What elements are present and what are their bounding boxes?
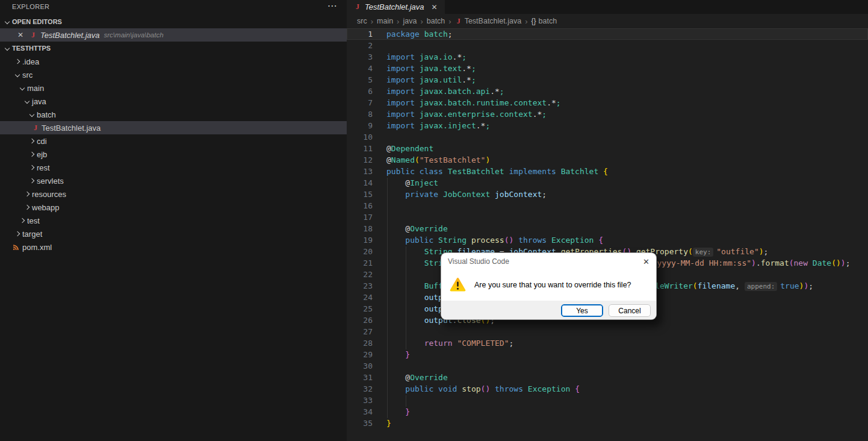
tree-item-main[interactable]: main <box>0 81 347 95</box>
tree-item--idea[interactable]: .idea <box>0 55 347 68</box>
breadcrumb-item-batch[interactable]: batch <box>427 17 445 25</box>
tree-item-label: target <box>22 230 42 239</box>
line-number: 15 <box>347 189 373 200</box>
code-line[interactable]: 19 public String process() throws Except… <box>347 234 868 246</box>
tree-item-label: pom.xml <box>22 243 52 252</box>
tree-item-webapp[interactable]: webapp <box>0 201 347 214</box>
code-line[interactable]: 29 } <box>347 349 868 360</box>
tree-item-cdi[interactable]: cdi <box>0 134 347 148</box>
tree-item-test[interactable]: test <box>0 214 347 227</box>
code-line[interactable]: 13public class TestBatchlet implements B… <box>347 166 868 177</box>
code-line[interactable]: 32 public void stop() throws Exception { <box>347 383 868 395</box>
close-editor-icon[interactable]: ✕ <box>17 31 26 39</box>
tree-item-pom-xml[interactable]: pom.xml <box>0 240 347 254</box>
code-editor[interactable]: 1package batch;23import java.io.*;4impor… <box>347 28 868 441</box>
code-line[interactable]: 2 <box>347 40 868 51</box>
code-line[interactable]: 3import java.io.*; <box>347 51 868 63</box>
tree-item-label: test <box>27 216 40 225</box>
code-line[interactable]: 14 @Inject <box>347 177 868 189</box>
code-line[interactable]: 17 <box>347 211 868 223</box>
tree-item-target[interactable]: target <box>0 227 347 240</box>
line-number: 35 <box>347 418 373 429</box>
code-text: } <box>386 406 410 418</box>
line-number: 14 <box>347 177 373 189</box>
code-line[interactable]: 28 return "COMPLETED"; <box>347 337 868 349</box>
line-number: 30 <box>347 360 373 372</box>
line-number: 9 <box>347 120 373 131</box>
dialog-close-icon[interactable]: ✕ <box>643 257 649 266</box>
breadcrumb-label: src <box>357 17 367 25</box>
code-line[interactable]: 5import java.util.*; <box>347 74 868 86</box>
chevron-right-icon <box>22 202 32 212</box>
explorer-sidebar: EXPLORER ⋯ OPEN EDITORS ✕ J TestBatchlet… <box>0 0 347 441</box>
code-text: import javax.enterprise.context.*; <box>386 108 547 120</box>
tree-item-rest[interactable]: rest <box>0 161 347 174</box>
breadcrumb-item-testbatchlet-java[interactable]: JTestBatchlet.java <box>455 17 522 26</box>
code-line[interactable]: 33 <box>347 395 868 406</box>
code-text: import javax.batch.runtime.context.*; <box>386 97 561 108</box>
chevron-down-icon <box>2 17 12 27</box>
dialog-title: Visual Studio Code <box>448 257 509 266</box>
tree-item-ejb[interactable]: ejb <box>0 148 347 161</box>
code-line[interactable]: 30 <box>347 360 868 372</box>
code-line[interactable]: 34 } <box>347 406 868 418</box>
code-text: @Inject <box>386 177 438 189</box>
tree-item-resources[interactable]: resources <box>0 187 347 201</box>
code-line[interactable]: 27 <box>347 326 868 337</box>
tree-item-label: src <box>22 70 33 80</box>
chevron-right-icon <box>13 57 22 66</box>
open-editors-section-header[interactable]: OPEN EDITORS <box>0 15 347 28</box>
line-number: 24 <box>347 292 373 303</box>
tree-item-label: ejb <box>37 150 47 159</box>
code-line[interactable]: 35} <box>347 418 868 429</box>
line-number: 29 <box>347 349 373 360</box>
open-editor-item[interactable]: ✕ J TestBatchlet.java src\main\java\batc… <box>0 28 347 42</box>
tree-item-servlets[interactable]: servlets <box>0 174 347 187</box>
chevron-down-icon <box>17 83 27 93</box>
tree-item-src[interactable]: src <box>0 68 347 81</box>
breadcrumb-item-java[interactable]: java <box>403 17 417 25</box>
code-text: @Override <box>386 372 448 383</box>
tree-item-label: rest <box>37 163 50 172</box>
code-text: private JobContext jobContext; <box>386 189 547 200</box>
breadcrumb-item-batch[interactable]: {}batch <box>532 17 557 25</box>
dialog-message: Are you sure that you want to override t… <box>474 281 631 289</box>
code-line[interactable]: 4import java.text.*; <box>347 63 868 74</box>
breadcrumb: src›main›java›batch›JTestBatchlet.java›{… <box>347 14 868 28</box>
tree-item-testbatchlet-java[interactable]: JTestBatchlet.java <box>0 121 347 134</box>
breadcrumb-item-src[interactable]: src <box>357 17 367 25</box>
code-line[interactable]: 12@Named("TestBatchlet") <box>347 154 868 166</box>
line-number: 3 <box>347 51 373 63</box>
warning-icon <box>450 277 466 292</box>
code-line[interactable]: 7import javax.batch.runtime.context.*; <box>347 97 868 108</box>
code-text: import javax.inject.*; <box>386 120 490 131</box>
code-line[interactable]: 18 @Override <box>347 223 868 234</box>
tree-item-java[interactable]: java <box>0 95 347 108</box>
line-number: 20 <box>347 246 373 257</box>
chevron-down-icon <box>22 96 32 106</box>
code-line[interactable]: 1package batch; <box>347 28 868 40</box>
chevron-down-icon <box>13 70 22 80</box>
cancel-button[interactable]: Cancel <box>609 304 651 317</box>
tab-close-icon[interactable]: ✕ <box>432 3 438 11</box>
tree-item-label: .idea <box>22 57 39 66</box>
code-line[interactable]: 10 <box>347 131 868 143</box>
breadcrumb-item-main[interactable]: main <box>377 17 393 25</box>
project-section-header[interactable]: TESTHTTPS <box>0 42 347 55</box>
tree-item-label: java <box>32 97 46 106</box>
more-actions-icon[interactable]: ⋯ <box>327 0 337 11</box>
tree-item-label: servlets <box>37 177 64 186</box>
code-line[interactable]: 16 <box>347 200 868 211</box>
tree-item-batch[interactable]: batch <box>0 108 347 121</box>
yes-button[interactable]: Yes <box>561 304 603 317</box>
code-line[interactable]: 9import javax.inject.*; <box>347 120 868 131</box>
line-number: 18 <box>347 223 373 234</box>
java-file-icon: J <box>29 31 37 40</box>
code-line[interactable]: 31 @Override <box>347 372 868 383</box>
code-line[interactable]: 11@Dependent <box>347 143 868 154</box>
code-line[interactable]: 6import javax.batch.api.*; <box>347 86 868 97</box>
code-line[interactable]: 15 private JobContext jobContext; <box>347 189 868 200</box>
tab-testbatchlet[interactable]: J TestBatchlet.java ✕ <box>347 0 445 14</box>
code-line[interactable]: 8import javax.enterprise.context.*; <box>347 108 868 120</box>
dialog-titlebar[interactable]: Visual Studio Code ✕ <box>441 253 656 269</box>
